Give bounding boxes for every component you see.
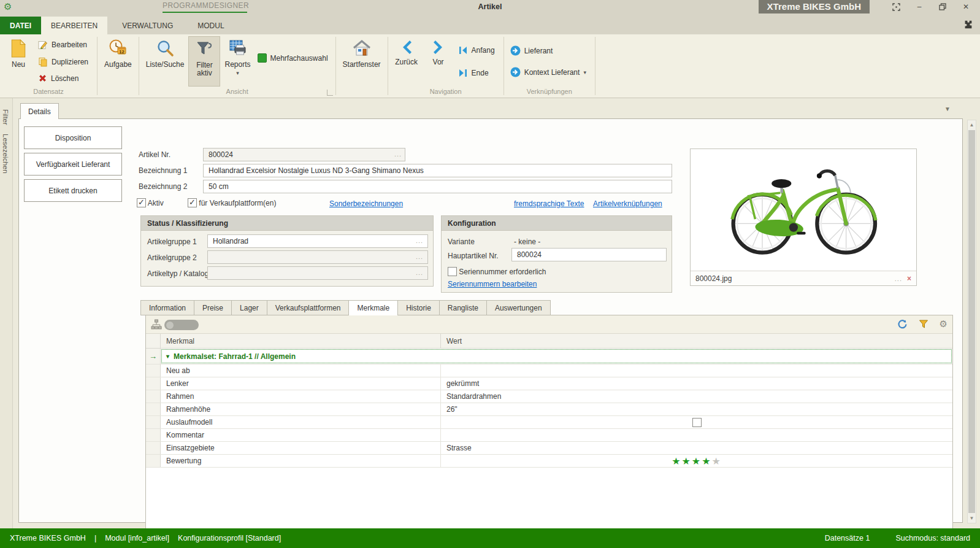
table-row-auslaufmodell[interactable]: Auslaufmodell — [146, 416, 952, 429]
vertical-scrollbar[interactable]: ▲ ▼ — [967, 120, 976, 523]
column-header-merkmal[interactable]: Merkmal — [161, 334, 441, 348]
home-icon — [352, 39, 372, 58]
aufgabe-button[interactable]: 12 Aufgabe — [100, 36, 136, 87]
status-klassifizierung-box: Status / Klassifizierung Artikelgruppe 1… — [140, 215, 434, 287]
tab-rangliste[interactable]: Rangliste — [439, 300, 486, 315]
search-magnifier-icon — [156, 39, 174, 58]
table-row-bewertung[interactable]: Bewertung ★★★★★ — [146, 455, 952, 468]
artikel-nr-lookup-button[interactable]: ... — [394, 150, 402, 158]
filter-aktiv-toggle[interactable]: Filteraktiv — [188, 36, 220, 87]
tab-auswertungen[interactable]: Auswertungen — [486, 300, 551, 315]
side-tab-filter[interactable]: Filter — [2, 109, 9, 125]
close-button[interactable]: ✕ — [955, 1, 976, 13]
refresh-icon[interactable] — [897, 319, 908, 330]
scroll-down-icon[interactable]: ▼ — [968, 514, 976, 523]
startfenster-button[interactable]: Startfenster — [339, 36, 385, 87]
artikeltyp-input[interactable] — [207, 266, 428, 280]
side-tab-lesezeichen[interactable]: Lesezeichen — [2, 134, 9, 174]
ribbon-separator — [595, 37, 595, 95]
star-filled-icon[interactable]: ★ — [702, 455, 711, 467]
dropdown-arrow-icon: ▾ — [583, 71, 586, 74]
edit-pencil-icon — [38, 40, 48, 50]
tab-historie[interactable]: Historie — [397, 300, 439, 315]
merkmalset-row[interactable]: → ▾ Merkmalset: Fahrrad-1 // Allgemein — [146, 349, 952, 365]
star-filled-icon[interactable]: ★ — [672, 455, 681, 467]
table-row[interactable]: Kommentar — [146, 429, 952, 442]
collapse-chevron-icon[interactable]: ▾ — [166, 353, 169, 360]
mehrfachauswahl-checkbox[interactable]: Mehrfachauswahl — [255, 52, 333, 64]
seriennummern-bearbeiten-link[interactable]: Seriennummern bearbeiten — [448, 280, 537, 288]
tab-modul[interactable]: MODUL — [188, 17, 234, 34]
liste-suche-button[interactable]: Liste/Suche — [142, 36, 189, 87]
dialog-launcher-icon[interactable] — [327, 90, 333, 96]
blue-arrow-circle-icon — [510, 45, 521, 56]
tab-lager[interactable]: Lager — [231, 300, 267, 315]
image-lookup-button[interactable]: ... — [895, 275, 902, 282]
artikelgruppe1-input[interactable] — [207, 234, 428, 248]
table-row[interactable]: Rahmen Standardrahmen — [146, 390, 952, 403]
settings-gear-icon[interactable]: ⚙ — [940, 318, 947, 330]
table-row[interactable]: Neu ab — [146, 365, 952, 377]
artikelverknuepfungen-link[interactable]: Artikelverknüpfungen — [593, 199, 662, 208]
lieferant-button[interactable]: Lieferant — [508, 44, 591, 57]
artikelgruppe2-lookup[interactable]: ... — [416, 253, 423, 260]
bearbeiten-button[interactable]: Bearbeiten — [36, 39, 93, 51]
star-filled-icon[interactable]: ★ — [692, 455, 702, 467]
minimize-button[interactable]: – — [909, 1, 930, 13]
scrollbar-thumb[interactable] — [968, 130, 975, 513]
tab-verwaltung[interactable]: VERWALTUNG — [112, 17, 183, 34]
variante-label: Variante — [448, 235, 475, 249]
tab-bearbeiten[interactable]: BEARBEITEN — [41, 17, 107, 34]
tab-preise[interactable]: Preise — [194, 300, 231, 315]
tab-merkmale[interactable]: Merkmale — [348, 300, 397, 315]
reports-dropdown-button[interactable]: Reports▾ — [220, 36, 255, 87]
aktiv-checkbox[interactable] — [137, 198, 146, 207]
disposition-button[interactable]: Disposition — [24, 126, 122, 149]
seriennummer-checkbox[interactable] — [448, 267, 457, 276]
scroll-up-icon[interactable]: ▲ — [968, 120, 976, 129]
group-label-navigation: Navigation — [388, 87, 503, 98]
article-image[interactable] — [691, 149, 916, 271]
hauptartikel-input[interactable] — [511, 248, 667, 261]
focus-mode-button[interactable] — [886, 1, 906, 13]
image-remove-icon[interactable]: × — [907, 274, 911, 283]
table-row[interactable]: Rahmenhöhe 26" — [146, 403, 952, 416]
filter-funnel-yellow-icon[interactable] — [919, 319, 928, 329]
tab-overflow-chevron-icon[interactable]: ▼ — [944, 106, 951, 112]
artikelgruppe1-lookup[interactable]: ... — [416, 237, 423, 244]
neu-button[interactable]: Neu — [2, 36, 34, 87]
star-filled-icon[interactable]: ★ — [681, 455, 691, 467]
auslaufmodell-checkbox[interactable] — [692, 418, 702, 427]
tab-verkaufsplattformen[interactable]: Verkaufsplattformen — [267, 300, 349, 315]
column-header-wert[interactable]: Wert — [441, 334, 952, 348]
verfuegbarkeit-lieferant-button[interactable]: Verfügbarkeit Lieferant — [24, 153, 122, 176]
tab-information[interactable]: Information — [140, 300, 194, 315]
loeschen-button[interactable]: Löschen — [36, 72, 93, 84]
anfang-button[interactable]: Anfang — [456, 44, 500, 56]
bezeichnung1-input[interactable] — [203, 164, 672, 177]
restore-button[interactable] — [932, 1, 953, 13]
artikelgruppe2-input[interactable] — [207, 250, 428, 264]
star-empty-icon[interactable]: ★ — [712, 455, 722, 467]
verkaufplattform-checkbox[interactable] — [188, 198, 197, 207]
hierarchy-icon[interactable] — [151, 319, 162, 332]
zurueck-button[interactable]: Zurück — [391, 36, 423, 87]
sonderbezeichnungen-link[interactable]: Sonderbezeichnungen — [329, 199, 403, 208]
kontext-lieferant-dropdown[interactable]: Kontext Lieferant ▾ — [508, 66, 591, 79]
rating-stars[interactable]: ★★★★★ — [441, 455, 952, 467]
bezeichnung2-input[interactable] — [203, 180, 672, 193]
toggle-switch[interactable] — [164, 320, 199, 330]
plugin-puzzle-icon[interactable] — [963, 19, 974, 32]
artikel-nr-input[interactable] — [203, 148, 405, 161]
etikett-drucken-button[interactable]: Etikett drucken — [24, 179, 122, 202]
ende-button[interactable]: Ende — [456, 67, 500, 79]
fremdsprachige-texte-link[interactable]: fremdsprachige Texte — [514, 199, 584, 208]
table-row[interactable]: Lenker gekrümmt — [146, 377, 952, 390]
tab-datei[interactable]: DATEI — [0, 17, 41, 34]
artikeltyp-lookup[interactable]: ... — [416, 269, 423, 276]
image-filename: 800024.jpg — [695, 274, 732, 283]
table-row[interactable]: Einsatzgebiete Strasse — [146, 442, 952, 455]
tab-details[interactable]: Details — [20, 103, 59, 119]
duplizieren-button[interactable]: Duplizieren — [36, 56, 93, 68]
vor-button[interactable]: Vor — [423, 36, 454, 87]
